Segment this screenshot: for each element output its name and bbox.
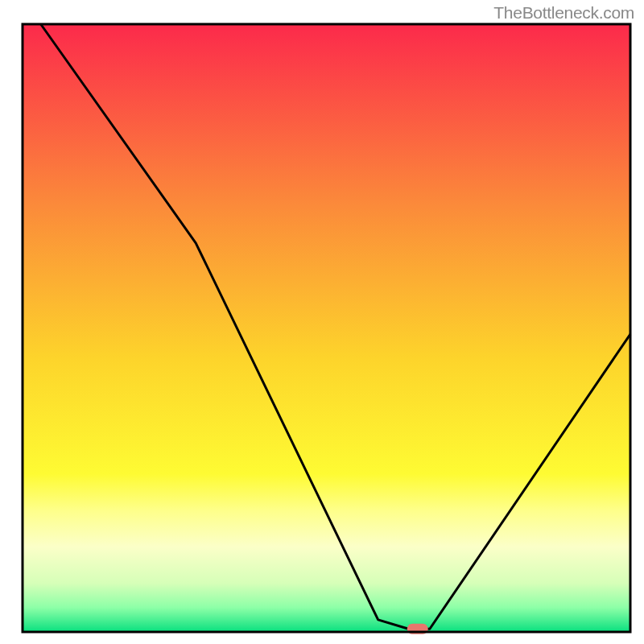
attribution-label: TheBottleneck.com [493,3,634,23]
bottleneck-chart [0,0,644,644]
chart-background [23,24,630,632]
chart-container: TheBottleneck.com [0,0,644,644]
